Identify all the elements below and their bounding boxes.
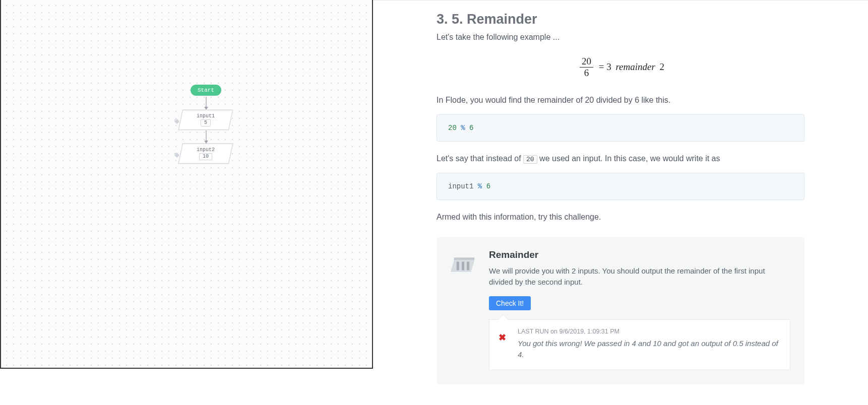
arrow — [206, 97, 207, 109]
para-3a: Let's say that instead of — [437, 154, 523, 163]
check-it-button[interactable]: Check It! — [489, 296, 531, 310]
challenge-card: Remainder We will provide you with 2 inp… — [437, 237, 804, 384]
math-equation: 20 6 = 3 remainder 2 — [437, 56, 804, 79]
para-3b: we used an input. In this case, we would… — [537, 154, 720, 163]
svg-rect-4 — [467, 261, 469, 270]
code-block-2: input1 % 6 — [437, 173, 804, 200]
svg-rect-3 — [462, 261, 464, 270]
error-icon: ✖ — [499, 332, 506, 343]
code-operator: % — [478, 182, 482, 190]
tag-icon — [174, 151, 180, 157]
code-identifier: input1 — [448, 182, 473, 190]
svg-marker-1 — [454, 257, 475, 260]
code-literal: 6 — [486, 182, 490, 190]
challenge-icon — [451, 252, 478, 280]
intro-text: Let's take the following example ... — [437, 31, 804, 43]
result-box: ✖ LAST RUN on 9/6/2019, 1:09:31 PM You g… — [489, 319, 790, 370]
input-node-1-value: 5 — [201, 119, 211, 126]
flowchart-canvas[interactable]: Start input1 5 input2 10 — [0, 0, 373, 369]
inline-code: 20 — [523, 155, 537, 164]
para-3: Let's say that instead of 20 we used an … — [437, 153, 804, 165]
remainder-value: 2 — [660, 61, 665, 72]
code-block-1: 20 % 6 — [437, 114, 804, 142]
result-meta-time: 9/6/2019, 1:09:31 PM — [559, 328, 619, 335]
result-meta: LAST RUN on 9/6/2019, 1:09:31 PM — [518, 328, 780, 335]
page-title: 3. 5. Remainder — [437, 12, 804, 27]
result-message: You got this wrong! We passed in 4 and 1… — [518, 338, 780, 361]
input-node-1[interactable]: input1 5 — [178, 110, 233, 130]
challenge-title: Remainder — [489, 249, 790, 260]
input-node-2[interactable]: input2 10 — [178, 144, 233, 164]
code-operator: % — [461, 124, 465, 132]
equals-sign: = — [599, 61, 604, 72]
remainder-word: remainder — [615, 61, 655, 72]
svg-rect-2 — [457, 261, 459, 270]
quotient: 3 — [606, 61, 611, 72]
input-node-1-label: input1 — [197, 113, 215, 119]
tag-icon — [174, 117, 180, 123]
code-literal: 20 — [448, 124, 457, 132]
fraction-numerator: 20 — [580, 56, 593, 68]
input-node-2-label: input2 — [197, 147, 215, 153]
code-literal: 6 — [469, 124, 473, 132]
start-node[interactable]: Start — [191, 85, 221, 96]
para-2: In Flode, you would find the remainder o… — [437, 94, 804, 106]
fraction-denominator: 6 — [580, 68, 593, 79]
challenge-description: We will provide you with 2 inputs. You s… — [489, 265, 790, 288]
result-meta-prefix: LAST RUN on — [518, 328, 559, 335]
lesson-content[interactable]: 3. 5. Remainder Let's take the following… — [373, 0, 868, 405]
para-4: Armed with this information, try this ch… — [437, 211, 804, 223]
input-node-2-value: 10 — [199, 153, 212, 160]
arrow — [206, 130, 207, 143]
